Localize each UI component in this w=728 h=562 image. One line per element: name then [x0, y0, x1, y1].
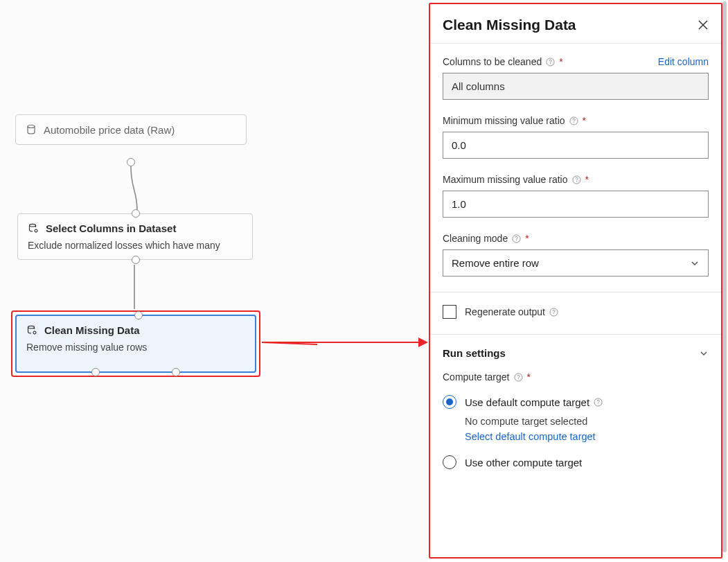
- field-label: Minimum missing value ratio ? *: [443, 115, 709, 126]
- field-label: Columns to be cleaned ? *: [443, 56, 563, 67]
- svg-text:?: ?: [515, 235, 518, 242]
- svg-text:?: ?: [596, 398, 600, 405]
- columns-value-box[interactable]: All columns: [443, 73, 709, 100]
- close-icon[interactable]: [698, 19, 709, 30]
- edit-column-link[interactable]: Edit column: [658, 56, 709, 67]
- radio-default-compute[interactable]: Use default compute target ?: [443, 389, 709, 414]
- svg-point-3: [28, 326, 35, 328]
- pipeline-edge: [127, 162, 143, 215]
- radio-other-compute[interactable]: Use other compute target: [443, 450, 709, 475]
- required-asterisk: *: [525, 233, 529, 244]
- field-label: Cleaning mode ? *: [443, 233, 709, 244]
- max-ratio-input[interactable]: [443, 191, 709, 218]
- min-ratio-input[interactable]: [443, 132, 709, 159]
- required-asterisk: *: [559, 56, 562, 67]
- svg-point-0: [28, 125, 35, 128]
- node-clean-missing-data[interactable]: Clean Missing Data Remove missing value …: [15, 315, 256, 373]
- database-gear-icon: [26, 325, 37, 336]
- field-label: Maximum missing value ratio ? *: [443, 174, 709, 185]
- select-value: Remove entire row: [452, 257, 539, 269]
- radio-button[interactable]: [443, 455, 456, 469]
- input-port[interactable]: [132, 209, 140, 218]
- radio-button[interactable]: [443, 395, 456, 409]
- chevron-down-icon: [690, 258, 700, 268]
- help-icon[interactable]: ?: [594, 398, 603, 407]
- chevron-down-icon: [699, 349, 709, 358]
- input-port[interactable]: [134, 311, 143, 319]
- callout-arrowhead: [418, 337, 428, 347]
- svg-text:?: ?: [552, 308, 556, 315]
- checkbox-label: Regenerate output ?: [465, 306, 558, 317]
- node-subtitle: Exclude normalized losses which have man…: [28, 240, 242, 251]
- node-select-columns[interactable]: Select Columns in Dataset Exclude normal…: [17, 213, 253, 260]
- node-subtitle: Remove missing value rows: [26, 342, 245, 353]
- svg-text:?: ?: [572, 117, 576, 124]
- node-label: Automobile price data (Raw): [44, 124, 175, 136]
- node-selection-highlight: Clean Missing Data Remove missing value …: [11, 310, 260, 377]
- output-port[interactable]: [91, 368, 100, 376]
- run-settings-section-toggle[interactable]: Run settings: [443, 347, 709, 359]
- properties-panel: Clean Missing Data Columns to be cleaned…: [429, 3, 722, 559]
- radio-label-text: Use default compute target: [465, 396, 589, 408]
- help-icon[interactable]: ?: [512, 234, 521, 243]
- node-automobile-data[interactable]: Automobile price data (Raw): [15, 114, 247, 145]
- divider: [430, 292, 721, 292]
- required-asterisk: *: [583, 115, 586, 126]
- panel-title: Clean Missing Data: [443, 17, 576, 33]
- pipeline-edge: [130, 261, 139, 313]
- svg-text:?: ?: [549, 58, 552, 65]
- required-asterisk: *: [527, 371, 531, 383]
- help-icon[interactable]: ?: [549, 308, 558, 317]
- cleaning-mode-select[interactable]: Remove entire row: [443, 249, 709, 276]
- help-icon[interactable]: ?: [572, 175, 581, 184]
- svg-text:?: ?: [517, 374, 520, 380]
- output-port[interactable]: [172, 368, 180, 376]
- scrollbar-thumb[interactable]: [722, 1, 727, 552]
- section-title: Run settings: [443, 347, 506, 359]
- help-icon[interactable]: ?: [514, 373, 523, 382]
- svg-point-1: [30, 224, 36, 227]
- vertical-scrollbar[interactable]: [722, 1, 727, 552]
- help-icon[interactable]: ?: [546, 58, 555, 67]
- help-icon[interactable]: ?: [569, 116, 578, 125]
- node-label: Select Columns in Dataset: [46, 222, 176, 234]
- svg-text:?: ?: [575, 176, 578, 183]
- regenerate-output-checkbox[interactable]: [443, 305, 456, 319]
- database-gear-icon: [28, 223, 39, 234]
- required-asterisk: *: [585, 174, 589, 185]
- pipeline-canvas[interactable]: Automobile price data (Raw) Select Colum…: [0, 0, 427, 562]
- radio-label-text: Use other compute target: [465, 457, 582, 468]
- radio-subtext: No compute target selected: [465, 416, 709, 427]
- field-label: Compute target ? *: [443, 371, 709, 383]
- node-label: Clean Missing Data: [44, 324, 140, 336]
- database-icon: [26, 124, 37, 135]
- select-default-compute-link[interactable]: Select default compute target: [465, 431, 596, 442]
- divider: [430, 334, 721, 335]
